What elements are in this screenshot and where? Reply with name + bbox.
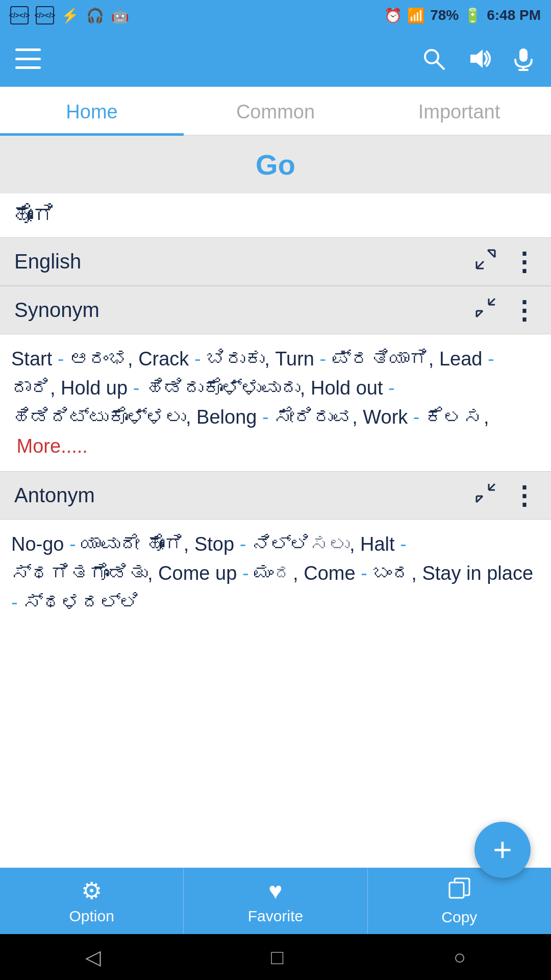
toolbar-right bbox=[421, 46, 536, 71]
bottom-navigation: ⚙ Option ♥ Favorite Copy bbox=[0, 868, 551, 934]
english-section-title: English bbox=[14, 250, 81, 273]
svg-line-9 bbox=[488, 250, 495, 257]
status-bar: </> </> ⚡ 🎧 🤖 ⏰ 📶 78% 🔋 6:48 PM bbox=[0, 0, 551, 31]
signal-icon: 📶 bbox=[407, 7, 425, 24]
synonym-section-actions: ⋮ bbox=[475, 298, 537, 323]
microphone-button[interactable] bbox=[511, 46, 536, 71]
synonym-more-icon[interactable]: ⋮ bbox=[511, 303, 537, 318]
alarm-icon: ⏰ bbox=[384, 7, 402, 24]
status-right-icons: ⏰ 📶 78% 🔋 6:48 PM bbox=[384, 7, 541, 24]
copy-icon bbox=[447, 876, 471, 905]
svg-rect-3 bbox=[519, 48, 528, 62]
favorite-nav-label: Favorite bbox=[248, 908, 303, 925]
option-gear-icon: ⚙ bbox=[81, 877, 102, 904]
svg-rect-24 bbox=[449, 883, 464, 898]
search-button[interactable] bbox=[421, 46, 446, 71]
english-more-icon[interactable]: ⋮ bbox=[511, 254, 537, 270]
app-toolbar bbox=[0, 31, 551, 87]
back-button[interactable]: ◁ bbox=[85, 945, 101, 969]
tab-home[interactable]: Home bbox=[0, 87, 184, 136]
svg-line-6 bbox=[477, 261, 484, 268]
svg-line-21 bbox=[489, 484, 495, 490]
copy-nav-label: Copy bbox=[441, 909, 477, 926]
english-section-header: English ⋮ bbox=[0, 237, 551, 286]
add-fab-button[interactable]: + bbox=[474, 822, 531, 878]
copy-nav-item[interactable]: Copy bbox=[368, 868, 551, 934]
option-nav-label: Option bbox=[69, 908, 114, 925]
word-header: Go bbox=[0, 136, 551, 193]
android-icon: 🤖 bbox=[111, 7, 129, 24]
toolbar-left bbox=[15, 48, 41, 69]
svg-line-12 bbox=[477, 311, 483, 317]
antonym-expand-icon[interactable] bbox=[475, 483, 496, 508]
svg-line-15 bbox=[489, 299, 495, 305]
english-word: Go bbox=[0, 148, 551, 181]
option-nav-item[interactable]: ⚙ Option bbox=[0, 868, 184, 934]
status-left-icons: </> </> ⚡ 🎧 🤖 bbox=[10, 6, 129, 24]
tab-bar: Home Common Important bbox=[0, 87, 551, 136]
tab-important[interactable]: Important bbox=[367, 87, 551, 135]
headset-icon: 🎧 bbox=[86, 7, 104, 24]
antonym-section-header: Antonym ⋮ bbox=[0, 471, 551, 520]
favorite-nav-item[interactable]: ♥ Favorite bbox=[184, 868, 367, 934]
english-expand-icon[interactable] bbox=[475, 249, 496, 274]
antonym-section-actions: ⋮ bbox=[475, 483, 537, 508]
volume-button[interactable] bbox=[466, 46, 491, 71]
recents-button[interactable]: ○ bbox=[454, 946, 466, 969]
antonym-content: No-go - ಯಾವುದೇ ಹೋಗಿ, Stop - ನಿಲ್ಲಿಸಲು, H… bbox=[0, 520, 551, 627]
synonym-expand-icon[interactable] bbox=[475, 298, 496, 323]
synonym-section-header: Synonym ⋮ bbox=[0, 286, 551, 334]
synonym-more-link[interactable]: More..... bbox=[17, 435, 88, 457]
antonym-section-title: Antonym bbox=[14, 484, 95, 507]
battery-percent: 78% bbox=[430, 7, 459, 23]
kannada-translation: ಹೋಗಿ bbox=[0, 193, 551, 237]
svg-marker-2 bbox=[470, 50, 483, 68]
code-icon-1: </> bbox=[10, 6, 29, 24]
tab-common[interactable]: Common bbox=[184, 87, 367, 135]
svg-line-1 bbox=[437, 62, 444, 69]
system-nav-bar: ◁ □ ○ bbox=[0, 934, 551, 980]
favorite-heart-icon: ♥ bbox=[268, 877, 282, 904]
synonym-content: Start - ಆರಂಭ, Crack - ಬಿರುಕು, Turn - ಪ್ರ… bbox=[0, 334, 551, 471]
main-content: Go ಹೋಗಿ English ⋮ Synonym bbox=[0, 136, 551, 868]
usb-icon: ⚡ bbox=[61, 7, 79, 24]
time-display: 6:48 PM bbox=[487, 7, 541, 23]
code-icon-2: </> bbox=[36, 6, 54, 24]
svg-line-18 bbox=[477, 496, 483, 502]
battery-icon: 🔋 bbox=[464, 7, 482, 24]
antonym-more-icon[interactable]: ⋮ bbox=[511, 488, 537, 503]
home-button[interactable]: □ bbox=[271, 946, 283, 969]
synonym-section-title: Synonym bbox=[14, 299, 99, 322]
hamburger-menu-button[interactable] bbox=[15, 48, 41, 69]
english-section-actions: ⋮ bbox=[475, 249, 537, 274]
